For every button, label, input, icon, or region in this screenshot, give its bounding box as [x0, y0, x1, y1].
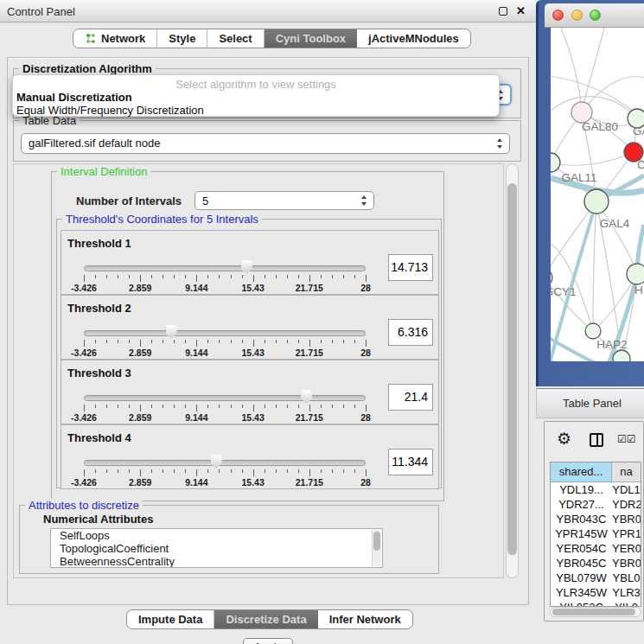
threshold-slider-track[interactable] — [84, 460, 366, 466]
algorithm-option-manual[interactable]: Manual Discretization — [16, 91, 132, 104]
minimize-traffic-light-icon[interactable] — [571, 10, 583, 21]
network-edge[interactable] — [551, 97, 637, 118]
node-label-gcy1: GCY1 — [551, 285, 576, 298]
tab-jactivemnodules[interactable]: jActiveMNodules — [357, 29, 470, 48]
threshold-panel-4: Threshold 4-3.4262.8599.14415.4321.71528… — [61, 424, 439, 489]
cell-name[interactable]: YDR2 — [612, 497, 641, 512]
slider-ticks — [84, 275, 366, 283]
attributes-list-scrollbar[interactable] — [372, 530, 381, 566]
attribute-list-item[interactable]: BetweennessCentrality — [51, 555, 382, 568]
cell-name[interactable]: YBL0 — [612, 571, 641, 585]
cell-name[interactable]: YBR0 — [612, 512, 641, 526]
cell-name[interactable]: YDL1 — [612, 482, 641, 497]
threshold-value-field[interactable]: 21.4 — [388, 384, 433, 411]
tab-style[interactable]: Style — [157, 29, 207, 48]
attribute-list-item[interactable]: TopologicalCoefficient — [51, 542, 382, 555]
table-row[interactable]: YBR045CYBR0 — [551, 556, 641, 571]
bottom-tab-discretize-data[interactable]: Discretize Data — [214, 610, 317, 628]
control-panel-title: Control Panel — [7, 5, 75, 18]
table-row[interactable]: YER054CYER0 — [551, 541, 641, 556]
threshold-slider-thumb[interactable] — [211, 455, 222, 469]
attribute-list-item[interactable]: SelfLoops — [51, 529, 382, 542]
column-header-shared-name[interactable]: shared... — [551, 462, 612, 482]
table-row[interactable]: YDR27...YDR2 — [551, 497, 641, 512]
node-gcy1[interactable] — [551, 269, 552, 286]
algorithm-placeholder-option[interactable]: Select algorithm to view settings — [13, 78, 499, 91]
cell-shared-name[interactable]: YER054C — [551, 541, 612, 556]
threshold-slider-thumb[interactable] — [166, 325, 177, 339]
cell-shared-name[interactable]: YBL079W — [551, 571, 612, 585]
network-edge[interactable] — [551, 152, 634, 165]
cell-shared-name[interactable]: YLR345W — [551, 585, 612, 600]
tab-network[interactable]: Network — [73, 29, 157, 48]
node-label-gal80: GAL80 — [582, 120, 618, 133]
threshold-value-field[interactable]: 6.316 — [388, 319, 433, 346]
network-edge[interactable] — [593, 201, 596, 331]
select-columns-icon[interactable]: ☑☑ — [617, 433, 636, 445]
network-edge[interactable] — [582, 28, 604, 112]
bottom-tab-infer-network[interactable]: Infer Network — [318, 610, 412, 628]
network-edge[interactable] — [551, 201, 596, 277]
table-row[interactable]: YPR145WYPR1 — [551, 526, 641, 541]
node-gal4[interactable] — [584, 189, 609, 214]
split-columns-icon[interactable] — [590, 433, 603, 447]
table-data-combobox[interactable]: galFiltered.sif default node — [21, 133, 510, 154]
algorithm-option-equal-width[interactable]: Equal Width/Frequency Discretization — [16, 104, 204, 117]
number-of-intervals-combobox[interactable]: 5 — [194, 191, 374, 210]
table-row[interactable]: YBL079WYBL0 — [551, 571, 641, 585]
table-data-value: galFiltered.sif default node — [29, 137, 160, 150]
network-view-window: GAL80GACGAL11GAL4GCY1HHAP2 — [536, 0, 644, 386]
number-of-intervals-value: 5 — [202, 194, 208, 207]
cell-name[interactable]: YER0 — [612, 541, 641, 556]
cell-name[interactable]: YIL0 — [612, 600, 641, 607]
cyni-bottom-tab-bar: Impute DataDiscretize DataInfer Network — [126, 609, 413, 629]
table-row[interactable]: YLR345WYLR3 — [551, 585, 641, 600]
threshold-label: Threshold 2 — [67, 302, 131, 315]
table-row[interactable]: YBR043CYBR0 — [551, 512, 641, 526]
cell-name[interactable]: YLR3 — [612, 585, 641, 600]
cell-shared-name[interactable]: YDL19... — [551, 482, 612, 497]
float-icon[interactable] — [499, 7, 507, 16]
threshold-value-field[interactable]: 14.713 — [388, 254, 433, 281]
table-row[interactable]: YDL19...YDL1 — [551, 482, 641, 497]
slider-ticks — [84, 469, 366, 477]
close-traffic-light-icon[interactable] — [552, 10, 564, 21]
network-canvas[interactable]: GAL80GACGAL11GAL4GCY1HHAP2 — [551, 28, 644, 361]
apply-button[interactable]: Apply — [243, 638, 293, 644]
tab-select[interactable]: Select — [207, 29, 264, 48]
cell-shared-name[interactable]: YBR043C — [551, 512, 612, 526]
table-row[interactable]: YIL052CYIL0 — [551, 600, 641, 607]
tab-cyni-toolbox[interactable]: Cyni Toolbox — [265, 29, 357, 48]
node-h[interactable] — [627, 264, 644, 284]
table-panel-titlebar: Table Panel — [536, 388, 644, 418]
network-window-titlebar[interactable] — [545, 3, 644, 28]
interval-definition-group-title: Interval Definition — [57, 165, 150, 178]
cell-shared-name[interactable]: YPR145W — [551, 526, 612, 541]
settings-vertical-scrollbar[interactable] — [506, 163, 519, 578]
threshold-coordinates-group: Threshold's Coordinates for 5 Intervals … — [56, 219, 442, 488]
threshold-slider-track[interactable] — [84, 265, 366, 271]
threshold-slider-thumb[interactable] — [241, 260, 252, 274]
slider-axis-labels: -3.4262.8599.14415.4321.71528 — [84, 412, 366, 423]
threshold-slider-track[interactable] — [84, 395, 366, 401]
threshold-slider-thumb[interactable] — [301, 390, 312, 404]
control-panel-tab-bar: NetworkStyleSelectCyni ToolboxjActiveMNo… — [73, 29, 471, 48]
threshold-panel-1: Threshold 1-3.4262.8599.14415.4321.71528… — [61, 230, 439, 295]
network-edge[interactable] — [551, 360, 587, 361]
column-header-name[interactable]: na — [612, 462, 641, 482]
cell-shared-name[interactable]: YDR27... — [551, 497, 612, 512]
cell-name[interactable]: YBR0 — [612, 556, 641, 571]
combo-spinner-icon — [497, 138, 503, 149]
table-horizontal-scrollbar[interactable] — [550, 607, 641, 617]
cell-shared-name[interactable]: YBR045C — [551, 556, 612, 571]
node-hap2[interactable] — [585, 323, 601, 339]
numerical-attributes-list[interactable]: SelfLoopsTopologicalCoefficientBetweenne… — [50, 528, 383, 568]
close-icon[interactable]: ✕ — [516, 4, 526, 17]
threshold-slider-track[interactable] — [84, 330, 366, 336]
threshold-value-field[interactable]: 11.344 — [388, 449, 433, 475]
cell-name[interactable]: YPR1 — [612, 526, 641, 541]
cell-shared-name[interactable]: YIL052C — [551, 600, 612, 607]
gear-icon[interactable]: ⚙ — [557, 430, 571, 447]
bottom-tab-impute-data[interactable]: Impute Data — [127, 610, 214, 628]
zoom-traffic-light-icon[interactable] — [590, 10, 601, 21]
